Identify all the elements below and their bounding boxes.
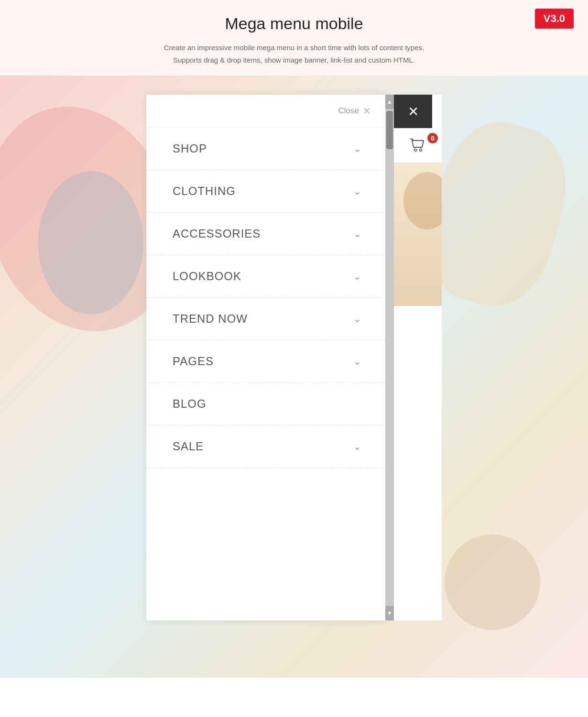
store-background-partial [394, 163, 442, 306]
menu-item-lookbook[interactable]: LOOKBOOK ⌄ [146, 255, 385, 298]
menu-item-label-sale: SALE [173, 440, 204, 453]
cart-icon-area[interactable]: 0 [394, 128, 442, 163]
chevron-icon-lookbook: ⌄ [353, 271, 361, 282]
svg-point-1 [420, 149, 422, 152]
cart-icon [408, 136, 427, 155]
cart-badge: 0 [427, 133, 438, 143]
menu-panel: Close ✕ SHOP ⌄ CLOTHING ⌄ ACCESSORIES ⌄ [146, 95, 385, 620]
menu-item-clothing[interactable]: CLOTHING ⌄ [146, 170, 385, 213]
close-label: Close [338, 106, 359, 116]
menu-items-list: SHOP ⌄ CLOTHING ⌄ ACCESSORIES ⌄ LOOKBOOK… [146, 128, 385, 468]
close-dark-button[interactable]: ✕ [394, 95, 432, 128]
menu-item-label-shop: SHOP [173, 142, 207, 155]
chevron-icon-sale: ⌄ [353, 441, 361, 452]
menu-item-label-lookbook: LOOKBOOK [173, 270, 241, 283]
chevron-icon-trend-now: ⌄ [353, 313, 361, 325]
menu-item-accessories[interactable]: ACCESSORIES ⌄ [146, 213, 385, 255]
bg-shape-4 [445, 534, 540, 630]
chevron-icon-clothing: ⌄ [353, 185, 361, 197]
scroll-down-button[interactable]: ▼ [385, 606, 394, 620]
menu-item-label-accessories: ACCESSORIES [173, 227, 261, 240]
scroll-thumb[interactable] [386, 111, 393, 149]
menu-item-label-trend-now: TREND NOW [173, 312, 248, 326]
close-x-icon: ✕ [363, 105, 371, 117]
menu-item-trend-now[interactable]: TREND NOW ⌄ [146, 298, 385, 340]
close-button[interactable]: Close ✕ [338, 105, 371, 117]
version-badge: V3.0 [535, 9, 574, 29]
svg-point-0 [414, 149, 417, 152]
menu-item-blog[interactable]: BLOG [146, 383, 385, 425]
chevron-icon-shop: ⌄ [353, 143, 361, 154]
chevron-icon-pages: ⌄ [353, 356, 361, 367]
page-title: Mega menu mobile [10, 14, 578, 33]
menu-item-shop[interactable]: SHOP ⌄ [146, 128, 385, 170]
scroll-up-button[interactable]: ▲ [385, 95, 394, 109]
store-preview: ✕ 0 [394, 95, 442, 620]
page-description: Create an impressive mobile mega menu in… [10, 42, 578, 66]
menu-close-bar: Close ✕ [146, 95, 385, 128]
close-dark-x-icon: ✕ [408, 104, 419, 120]
chevron-icon-accessories: ⌄ [353, 228, 361, 239]
menu-item-label-pages: PAGES [173, 355, 214, 368]
menu-item-sale[interactable]: SALE ⌄ [146, 425, 385, 468]
menu-item-label-clothing: CLOTHING [173, 185, 236, 198]
page-header: V3.0 Mega menu mobile Create an impressi… [0, 0, 588, 76]
scrollbar-track[interactable]: ▲ ▼ [385, 95, 394, 620]
menu-item-pages[interactable]: PAGES ⌄ [146, 340, 385, 383]
demo-area: Close ✕ SHOP ⌄ CLOTHING ⌄ ACCESSORIES ⌄ [0, 76, 588, 678]
mobile-mockup: Close ✕ SHOP ⌄ CLOTHING ⌄ ACCESSORIES ⌄ [146, 95, 442, 620]
menu-item-label-blog: BLOG [173, 397, 207, 411]
bg-shape-2 [38, 171, 143, 315]
